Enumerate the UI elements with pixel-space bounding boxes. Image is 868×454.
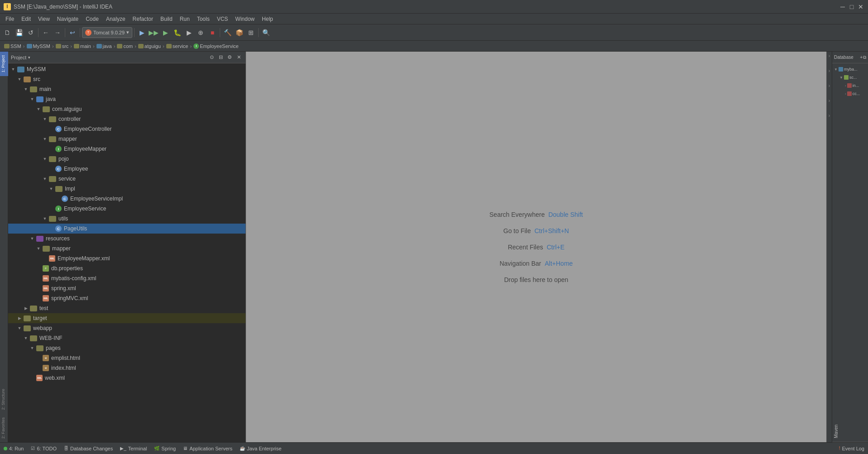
tree-item-mybatis-config[interactable]: XML mybatis-config.xml [8,273,246,283]
terminal-button[interactable]: ⊞ [246,27,256,38]
tree-item-resources[interactable]: resources [8,234,246,244]
tree-item-com-atguigu[interactable]: com.atguigu [8,104,246,114]
db-changes-item[interactable]: 🗄 Database Changes [60,444,116,454]
breadcrumb-service[interactable]: service [165,43,190,49]
tree-item-mapper[interactable]: mapper [8,134,246,144]
db-tree-item-cc[interactable]: › cc... [834,90,866,98]
maven-tab[interactable]: Maven [832,421,868,442]
right-expand-2[interactable]: › [829,68,830,73]
menu-view[interactable]: View [34,15,53,23]
forward-button[interactable]: → [52,27,63,38]
tree-item-mySSM[interactable]: MySSM [8,64,246,74]
event-log-item[interactable]: ! Event Log [835,444,868,454]
spring-item[interactable]: 🌿 Spring [150,444,179,454]
menu-help[interactable]: Help [258,15,277,23]
favorites-tab[interactable]: 2: Favorites [0,414,8,442]
tree-item-controller[interactable]: controller [8,114,246,124]
save-button[interactable]: 💾 [14,27,24,38]
profile-button[interactable]: ⊕ [195,27,206,38]
tree-item-PageUtils[interactable]: C PageUtils [8,224,246,234]
tree-item-test[interactable]: test [8,303,246,313]
menu-code[interactable]: Code [82,15,102,23]
tree-item-EmployeeMapper-xml[interactable]: XML EmployeeMapper.xml [8,253,246,263]
tree-item-pages[interactable]: pages [8,343,246,353]
menu-refactor[interactable]: Refactor [129,15,157,23]
todo-status-item[interactable]: ☑ 6: TODO [27,444,60,454]
right-expand-1[interactable]: › [829,53,830,58]
right-expand-5[interactable]: › [829,113,830,118]
run-status-item[interactable]: 4: Run [0,444,27,454]
build-button[interactable]: ▶ [136,27,147,38]
undo-button[interactable]: ↩ [67,27,78,38]
ant-button[interactable]: 🔨 [222,27,233,38]
breadcrumb-src[interactable]: src [54,43,70,49]
menu-tools[interactable]: Tools [193,15,213,23]
tree-item-src[interactable]: src [8,74,246,84]
tree-item-spring-xml[interactable]: XML spring.xml [8,283,246,293]
tree-item-webapp[interactable]: webapp [8,323,246,333]
window-controls[interactable]: ─ □ ✕ [839,3,864,10]
project-tab[interactable]: 1: Project [0,52,8,76]
structure-tab[interactable]: 2: Structure [0,385,8,414]
run-config-dropdown[interactable]: T Tomcat 9.0.29 ▾ [82,27,132,38]
terminal-item[interactable]: ▶_ Terminal [116,444,150,454]
new-project-button[interactable]: 🗋 [2,27,13,38]
app-servers-item[interactable]: 🖥 Application Servers [179,444,236,454]
tree-item-web-xml[interactable]: XML web.xml [8,373,246,383]
minimize-button[interactable]: ─ [839,3,846,10]
maximize-button[interactable]: □ [848,3,855,10]
menu-navigate[interactable]: Navigate [53,15,82,23]
menu-window[interactable]: Window [231,15,258,23]
tree-item-EmployeeMapper[interactable]: I EmployeeMapper [8,144,246,154]
menu-edit[interactable]: Edit [18,15,34,23]
debug-button[interactable]: 🐛 [172,27,183,38]
coverage-button[interactable]: ▶ [183,27,194,38]
scroll-from-source-button[interactable]: ⊙ [207,53,216,62]
stop-button[interactable]: ■ [207,27,218,38]
panel-close-button[interactable]: ✕ [235,53,243,62]
breadcrumb-java[interactable]: java [95,43,113,49]
menu-file[interactable]: File [2,15,18,23]
tree-item-java[interactable]: java [8,94,246,104]
breadcrumb-com[interactable]: com [116,43,134,49]
sync-button[interactable]: ↺ [25,27,36,38]
breadcrumb-ssm[interactable]: SSM [3,43,23,49]
tree-item-service[interactable]: service [8,174,246,184]
menu-analyze[interactable]: Analyze [102,15,129,23]
right-expand-3[interactable]: › [829,83,830,88]
tree-item-main[interactable]: main [8,84,246,94]
tree-item-emplist-html[interactable]: H emplist.html [8,353,246,363]
back-button[interactable]: ← [40,27,51,38]
tree-item-mapper-res[interactable]: mapper [8,244,246,253]
db-add-button[interactable]: + [860,55,863,60]
tree-item-WEB-INF[interactable]: WEB-INF [8,333,246,343]
db-copy-button[interactable]: ⧉ [863,55,866,60]
menu-vcs[interactable]: VCS [213,15,232,23]
right-expand-4[interactable]: › [829,98,830,103]
tree-item-Employee[interactable]: C Employee [8,164,246,174]
tree-item-EmployeeServiceImpl[interactable]: C EmployeeServiceImpl [8,194,246,204]
build-project-button[interactable]: ▶▶ [148,27,159,38]
breadcrumb-employeeservice[interactable]: I EmployeeService [192,43,240,49]
tree-item-target[interactable]: target [8,313,246,323]
close-button[interactable]: ✕ [857,3,864,10]
breadcrumb-main[interactable]: main [72,43,92,49]
breadcrumb-atguigu[interactable]: atguigu [137,43,162,49]
db-tree-item-in[interactable]: › in... [834,81,866,90]
search-everywhere-button[interactable]: 🔍 [260,27,271,38]
tree-item-EmployeeController[interactable]: C EmployeeController [8,124,246,134]
tree-item-utils[interactable]: utils [8,214,246,224]
db-tree-item-myba[interactable]: ▼ myba... [834,65,866,73]
tree-item-db-properties[interactable]: P db.properties [8,263,246,273]
menu-run[interactable]: Run [176,15,193,23]
tree-item-springMVC-xml[interactable]: XML springMVC.xml [8,293,246,303]
menu-build[interactable]: Build [157,15,176,23]
collapse-all-button[interactable]: ⊟ [217,53,225,62]
db-tree-item-sc[interactable]: ▼ sc... [834,73,866,81]
panel-settings-button[interactable]: ⚙ [226,53,234,62]
tree-item-EmployeeService[interactable]: I EmployeeService [8,204,246,214]
deploy-button[interactable]: 📦 [234,27,245,38]
breadcrumb-myssm[interactable]: MySSM [25,43,52,49]
java-enterprise-item[interactable]: ☕ Java Enterprise [236,444,285,454]
tree-item-index-html[interactable]: H index.html [8,363,246,373]
